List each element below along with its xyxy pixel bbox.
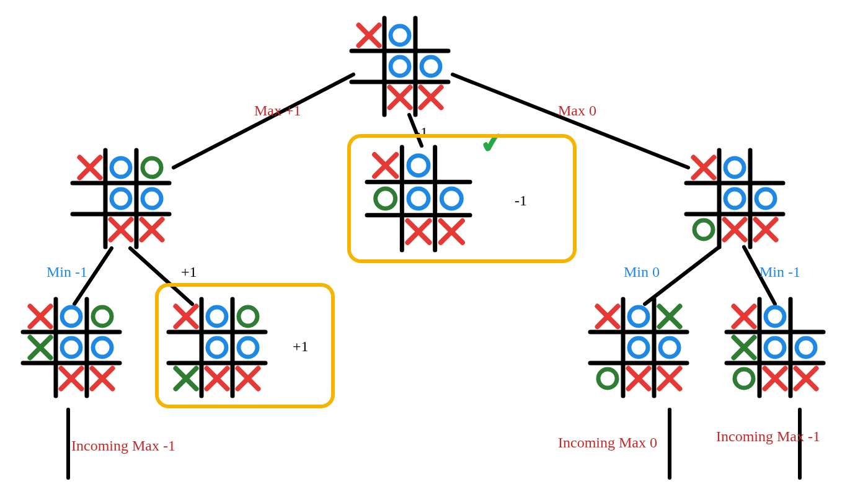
- board-root: [352, 18, 448, 115]
- mark-o: [725, 158, 744, 177]
- label-max-left: Max +1: [254, 102, 301, 119]
- mark-o: [422, 57, 440, 76]
- board-l2a: [23, 299, 120, 396]
- mark-o: [598, 369, 617, 388]
- board-l1: [73, 150, 169, 247]
- board-r1: [686, 150, 783, 247]
- label-min-l1: Min -1: [46, 264, 87, 280]
- label-min-r1: Min 0: [624, 264, 660, 280]
- label-inc-r2: Incoming Max -1: [716, 428, 820, 445]
- mark-o: [797, 338, 815, 357]
- mark-o: [629, 338, 648, 357]
- board-r2b: [727, 299, 823, 396]
- mark-o: [629, 307, 648, 326]
- board-r2a: [590, 299, 687, 396]
- label-inc-l: Incoming Max -1: [71, 437, 175, 454]
- mark-o: [725, 189, 744, 208]
- label-inc-r1: Incoming Max 0: [558, 434, 657, 451]
- mark-o: [143, 189, 161, 208]
- mark-o: [660, 338, 679, 357]
- mark-o: [112, 158, 130, 177]
- label-max-right: Max 0: [558, 102, 596, 119]
- mark-o: [112, 189, 130, 208]
- label-min-r2: Min -1: [760, 264, 800, 280]
- mark-o: [766, 338, 784, 357]
- mark-o: [62, 307, 81, 326]
- mark-o: [391, 26, 409, 45]
- mark-o: [735, 369, 753, 388]
- highlight-box: [347, 134, 577, 263]
- mark-o: [143, 158, 161, 177]
- mark-o: [93, 307, 112, 326]
- mark-o: [766, 307, 784, 326]
- mark-o: [694, 220, 713, 239]
- mark-o: [62, 338, 81, 357]
- mark-o: [391, 57, 409, 76]
- label-plus1-edge: +1: [181, 264, 197, 280]
- highlight-box: [155, 283, 335, 408]
- tree-edge: [174, 74, 353, 168]
- mark-o: [756, 189, 775, 208]
- mark-o: [93, 338, 112, 357]
